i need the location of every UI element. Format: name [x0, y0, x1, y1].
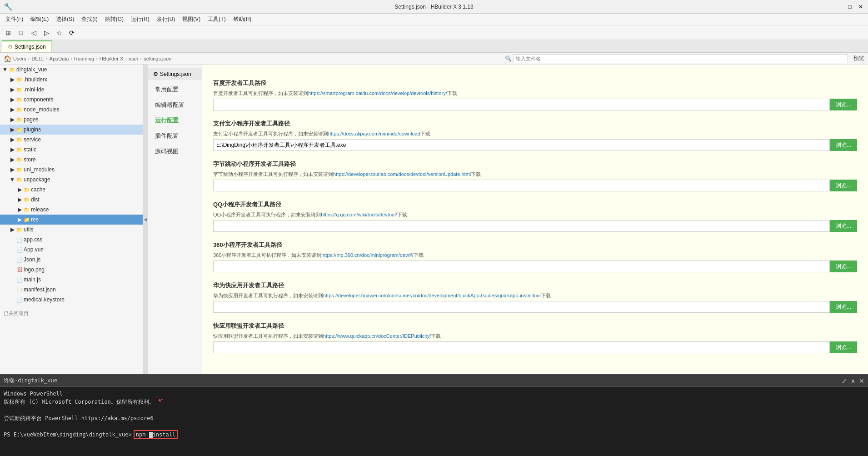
menubar-item-r[interactable]: 运行(R) [127, 15, 153, 24]
tree-node-root[interactable]: ▼ 📁 dingtalk_vue [0, 65, 143, 75]
file-icon: 🖼 [15, 267, 24, 272]
tree-node-json-js[interactable]: ▶ 📄 Json.js [0, 255, 143, 265]
360-download-link[interactable]: https://mp.360.cn/doc/miniprogram/dev/#/ [321, 252, 413, 258]
tree-node-unpackage[interactable]: ▼ 📁 unpackage [0, 175, 143, 185]
toolbar: ⊞ □ ◁ ▷ ☆ ⟳ [0, 25, 868, 40]
nav-item-run[interactable]: 运行配置 [148, 113, 202, 128]
tree-node-hbuilderx[interactable]: ▶ 📁 .hbuilderx [0, 75, 143, 85]
tree-node-dist[interactable]: ▶ 📁 dist [0, 195, 143, 205]
menubar-item-v[interactable]: 视图(V) [179, 15, 204, 24]
huawei-download-link[interactable]: https://developer.huawei.com/consumer/cn… [323, 293, 541, 298]
tree-node-main-js[interactable]: ▶ 📄 main.js [0, 275, 143, 285]
label: app.css [24, 236, 42, 243]
tree-node-app-vue[interactable]: ▶ 📄 App.vue [0, 245, 143, 255]
cursor-box [149, 432, 153, 438]
terminal-titlebar: 终端-dingtalk_vue ⤢ ∧ ✕ [0, 375, 868, 387]
alipay-download-link[interactable]: https://docs.alipay.com/mini-ide/downloa… [328, 131, 420, 136]
tree-node-static[interactable]: ▶ 📁 static [0, 145, 143, 155]
tab-settings-json[interactable]: ⚙ Settings.json [2, 40, 52, 52]
huawei-browse-button[interactable]: 浏览... [830, 301, 857, 313]
arrow: ▶ [9, 136, 15, 143]
menubar-item-s[interactable]: 选择(S) [52, 15, 78, 24]
bytedance-browse-button[interactable]: 浏览... [830, 180, 857, 191]
tree-node-components[interactable]: ▶ 📁 components [0, 95, 143, 105]
baidu-path-input[interactable] [213, 99, 830, 110]
minimize-button[interactable]: ─ [835, 3, 843, 10]
terminal-minimize-button[interactable]: ∧ [851, 377, 855, 385]
arrow: ▶ [9, 96, 15, 103]
alipay-browse-button[interactable]: 浏览... [830, 139, 857, 151]
window-controls: ─ □ ✕ [835, 3, 864, 10]
arrow: ▶ [9, 76, 15, 83]
path-segment-file[interactable]: settings.json [144, 56, 171, 61]
preview-button[interactable]: 预览 [853, 55, 864, 62]
tree-node-node-modules[interactable]: ▶ 📁 node_modules [0, 105, 143, 115]
back-button[interactable]: ◁ [28, 27, 39, 38]
tree-node-uni-modules[interactable]: ▶ 📁 uni_modules [0, 165, 143, 175]
quickapp-download-link[interactable]: https://www.quickapp.cn/docCenter/IDEPub… [323, 333, 431, 339]
menubar-item-e[interactable]: 编辑(E) [27, 15, 52, 24]
quickapp-browse-button[interactable]: 浏览... [830, 341, 857, 353]
path-segment-dell[interactable]: DELL [31, 56, 44, 61]
tree-node-pages[interactable]: ▶ 📁 pages [0, 115, 143, 125]
tree-node-store[interactable]: ▶ 📁 store [0, 155, 143, 165]
nav-item-plugin[interactable]: 插件配置 [148, 128, 202, 144]
nav-item-common[interactable]: 常用配置 [148, 82, 202, 97]
huawei-path-input[interactable] [213, 301, 830, 313]
alipay-path-input[interactable] [213, 139, 830, 151]
baidu-browse-button[interactable]: 浏览... [830, 99, 857, 110]
bytedance-download-link[interactable]: https://developer.toutiao.com/docs/devto… [333, 171, 471, 177]
terminal-prompt-line: PS E:\vueWebItem\dingding\dingtalk_vue> … [4, 431, 864, 439]
qq-path-input[interactable] [213, 220, 830, 232]
bytedance-path-input[interactable] [213, 180, 830, 191]
refresh-button[interactable]: ⟳ [66, 27, 77, 38]
folder-icon: 📁 [15, 77, 24, 83]
tree-node-res[interactable]: ▶ 📁 res [0, 215, 143, 225]
tree-node-release[interactable]: ▶ 📁 release [0, 205, 143, 215]
qq-browse-button[interactable]: 浏览... [830, 220, 857, 232]
tree-node-plugins[interactable]: ▶ 📁 plugins [0, 125, 143, 135]
tree-node-medical-keystore[interactable]: ▶ 📄 medical.keystore [0, 295, 143, 305]
tree-node-app-css[interactable]: ▶ 📄 app.css [0, 235, 143, 245]
close-button[interactable]: ✕ [857, 3, 864, 10]
tree-node-mini-ide[interactable]: ▶ 📁 .mini-ide [0, 85, 143, 95]
path-segment-hbuilderx[interactable]: HBuilder X [100, 56, 124, 61]
terminal-close-button[interactable]: ✕ [859, 377, 864, 385]
tree-node-utils[interactable]: ▶ 📁 utils [0, 225, 143, 235]
menubar-item-g[interactable]: 跳转(G) [101, 15, 127, 24]
quickapp-path-input[interactable] [213, 341, 830, 353]
section-desc-bytedance: 字节跳动小程序开发者工具可执行程序，如未安装请到https://develope… [213, 171, 857, 178]
tree-node-service[interactable]: ▶ 📁 service [0, 135, 143, 145]
nav-item-source[interactable]: 源码视图 [148, 144, 202, 159]
nav-item-editor[interactable]: 编辑器配置 [148, 97, 202, 113]
menubar-item-u[interactable]: 发行(U) [153, 15, 179, 24]
path-sep-2: › [46, 56, 48, 61]
path-segment-roaming[interactable]: Roaming [74, 56, 94, 61]
forward-button[interactable]: ▷ [41, 27, 52, 38]
terminal-expand-button[interactable]: ⤢ [842, 377, 847, 385]
tree-arrow-root: ▼ [2, 66, 8, 73]
save-button[interactable]: □ [15, 27, 26, 38]
path-segment-appdata[interactable]: AppData [50, 56, 69, 61]
path-segment-user[interactable]: user [129, 56, 138, 61]
maximize-button[interactable]: □ [846, 3, 853, 10]
new-file-button[interactable]: ⊞ [3, 27, 14, 38]
menubar-item-h[interactable]: 帮助(H) [229, 15, 255, 24]
menubar-item-f[interactable]: 文件(F) [2, 15, 27, 24]
tree-node-logo-png[interactable]: ▶ 🖼 logo.png [0, 265, 143, 275]
menubar-item-t[interactable]: 工具(T) [204, 15, 229, 24]
file-search-input[interactable] [514, 54, 848, 63]
path-segment-users[interactable]: Users [13, 56, 26, 61]
terminal-title: 终端-dingtalk_vue [4, 377, 57, 385]
360-path-input[interactable] [213, 261, 830, 272]
baidu-download-link[interactable]: https://smartprogram.baidu.com/docs/deve… [308, 90, 447, 96]
section-title-bytedance: 字节跳动小程序开发者工具路径 [213, 160, 857, 168]
menubar-item-i[interactable]: 查找(I) [78, 15, 101, 24]
qq-download-link[interactable]: https://q.qq.com/wiki/tools/devtool/ [321, 212, 397, 217]
sidebar-collapse-handle[interactable]: ◀ [143, 65, 148, 374]
tree-node-cache[interactable]: ▶ 📁 cache [0, 185, 143, 195]
bookmark-button[interactable]: ☆ [54, 27, 65, 38]
tree-node-manifest-json[interactable]: ▶ { } manifest.json [0, 285, 143, 295]
360-browse-button[interactable]: 浏览... [830, 261, 857, 272]
label: pages [24, 116, 39, 123]
